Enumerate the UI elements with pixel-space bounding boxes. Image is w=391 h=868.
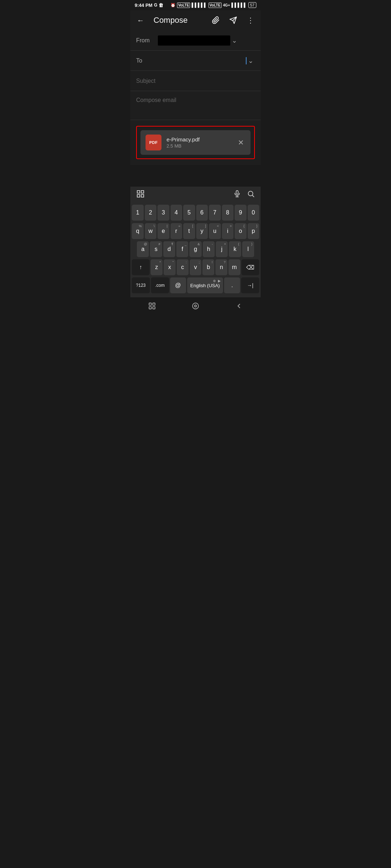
at-key[interactable]: @	[170, 277, 186, 293]
key-f[interactable]: _f	[176, 241, 188, 257]
key-d[interactable]: ₹d	[163, 241, 175, 257]
back-button[interactable]: ←	[133, 13, 148, 27]
attach-icon	[212, 16, 220, 24]
svg-line-10	[252, 195, 254, 197]
back-nav-button[interactable]	[228, 299, 250, 313]
key-7[interactable]: 7	[209, 205, 221, 221]
attach-button[interactable]	[209, 13, 223, 27]
content-spacer	[130, 165, 261, 187]
home-nav-button[interactable]	[185, 299, 206, 313]
numbers-key[interactable]: ?123	[132, 277, 150, 293]
attachment-highlight-border: PDF e-Primacy.pdf 2.5 MB ✕	[136, 126, 255, 159]
key-1[interactable]: 1	[132, 205, 144, 221]
key-c[interactable]: :c	[177, 259, 189, 275]
alarm-icon: ⏰	[171, 3, 176, 8]
svg-rect-2	[137, 191, 140, 193]
to-input[interactable]	[158, 58, 245, 64]
key-n[interactable]: ?n	[215, 259, 227, 275]
key-a[interactable]: @a	[137, 241, 149, 257]
from-expand-button[interactable]: ⌄	[230, 35, 239, 46]
keyboard-toolbar-right	[233, 190, 255, 200]
app-bar: ← Compose ⋮	[130, 10, 261, 30]
key-m[interactable]: m	[228, 259, 240, 275]
key-g[interactable]: &g	[189, 241, 201, 257]
key-i[interactable]: >i	[222, 223, 234, 239]
microphone-icon[interactable]	[233, 190, 241, 200]
send-button[interactable]	[226, 13, 240, 27]
key-b[interactable]: !b	[202, 259, 214, 275]
shift-key[interactable]: ↑	[132, 259, 150, 275]
more-options-button[interactable]: ⋮	[243, 13, 258, 27]
key-9[interactable]: 9	[235, 205, 247, 221]
svg-rect-11	[149, 303, 151, 305]
svg-rect-3	[141, 191, 144, 193]
key-x[interactable]: "x	[164, 259, 176, 275]
keyboard-toolbar-left	[136, 190, 145, 200]
key-8[interactable]: 8	[222, 205, 234, 221]
key-t[interactable]: [t	[183, 223, 195, 239]
attachment-filename: e-Primacy.pdf	[167, 136, 231, 142]
space-key[interactable]: ⊕ English (USA) ▶	[187, 277, 223, 293]
keyboard-bottom-row: ?123 .com @ ⊕ English (USA) ▶ . →|	[130, 276, 261, 294]
key-z[interactable]: *z	[151, 259, 163, 275]
attachment-area: PDF e-Primacy.pdf 2.5 MB ✕	[130, 120, 261, 165]
from-label: From	[136, 37, 158, 44]
delete-key[interactable]: ⌫	[241, 259, 259, 275]
key-w[interactable]: \w	[145, 223, 157, 239]
attachment-info: e-Primacy.pdf 2.5 MB	[167, 136, 231, 149]
to-label: To	[136, 58, 158, 64]
key-s[interactable]: #s	[150, 241, 162, 257]
search-keyboard-icon[interactable]	[247, 190, 255, 200]
svg-point-9	[248, 191, 253, 196]
key-p[interactable]: }p	[248, 223, 260, 239]
status-bar: 9:44 PM G 🗑 ⏰ VoLTE ▌▌▌▌▌ VoLTE 4G+ ▌▌▌▌…	[130, 0, 261, 10]
key-3[interactable]: 3	[157, 205, 169, 221]
language-label: English (USA)	[190, 283, 220, 288]
key-5[interactable]: 5	[183, 205, 195, 221]
key-r[interactable]: =r	[171, 223, 182, 239]
volte-icon: VoLTE	[177, 3, 190, 8]
enter-key[interactable]: →|	[241, 277, 259, 293]
from-row: From ⌄	[130, 30, 261, 51]
network-4g: 4G+	[223, 3, 230, 7]
key-h[interactable]: -h	[203, 241, 215, 257]
trash-icon: 🗑	[159, 3, 163, 8]
key-o[interactable]: {o	[235, 223, 247, 239]
remove-attachment-button[interactable]: ✕	[236, 137, 245, 148]
compose-body-area[interactable]: Compose email	[130, 91, 261, 120]
keyboard-row-qwerty: %q \w |e =r [t ]y <u >i {o }p	[130, 222, 261, 240]
send-icon	[229, 16, 237, 24]
keyboard-number-row: 1 2 3 4 5 6 7 8 9 0	[130, 203, 261, 222]
attachment-card: PDF e-Primacy.pdf 2.5 MB ✕	[140, 130, 251, 155]
time-display: 9:44 PM	[135, 3, 152, 8]
compose-form: From ⌄ To ⌄ Compose email PDF e-Primacy.…	[130, 30, 261, 165]
carrier-g: G	[154, 3, 157, 8]
globe-icon: ⊕	[213, 279, 216, 283]
key-y[interactable]: ]y	[196, 223, 208, 239]
svg-rect-13	[149, 307, 151, 309]
subject-row	[130, 71, 261, 91]
keyboard-grid-icon[interactable]	[136, 190, 145, 200]
period-key[interactable]: .	[224, 277, 240, 293]
key-2[interactable]: 2	[145, 205, 157, 221]
subject-input[interactable]	[136, 78, 255, 84]
keyboard-row-asdf: @a #s ₹d _f &g -h +j (k )l	[130, 240, 261, 258]
key-l[interactable]: )l	[242, 241, 254, 257]
volte-icon-2: VoLTE	[209, 3, 222, 8]
key-u[interactable]: <u	[209, 223, 221, 239]
key-j[interactable]: +j	[216, 241, 228, 257]
status-icons: ⏰ VoLTE ▌▌▌▌▌ VoLTE 4G+ ▌▌▌▌▌ 57	[171, 2, 256, 8]
key-v[interactable]: ;v	[190, 259, 202, 275]
key-0[interactable]: 0	[248, 205, 260, 221]
key-6[interactable]: 6	[196, 205, 208, 221]
key-k[interactable]: (k	[229, 241, 241, 257]
signal-bars-1: ▌▌▌▌▌	[192, 3, 207, 8]
to-expand-button[interactable]: ⌄	[247, 55, 255, 66]
dotcom-key[interactable]: .com	[151, 277, 169, 293]
keyboard-toolbar	[130, 187, 261, 203]
key-4[interactable]: 4	[171, 205, 182, 221]
status-time: 9:44 PM G 🗑	[135, 3, 163, 8]
recents-nav-button[interactable]	[141, 299, 163, 313]
key-q[interactable]: %q	[132, 223, 144, 239]
key-e[interactable]: |e	[157, 223, 169, 239]
